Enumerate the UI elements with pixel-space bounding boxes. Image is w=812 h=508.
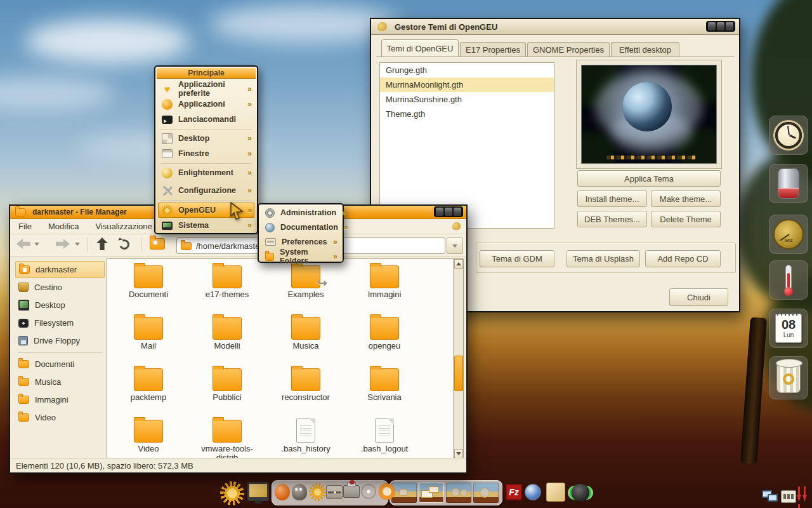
submenu-item-administration[interactable]: Administration» (261, 206, 340, 220)
file-item[interactable]: opengeu (345, 313, 424, 351)
sidebar-item-darkmaster[interactable]: darkmaster (15, 261, 105, 278)
pager-desktop-4[interactable] (473, 483, 499, 503)
theme-list-item[interactable]: Theme.gth (380, 107, 554, 121)
scroll-down-button[interactable] (454, 449, 463, 458)
file-item[interactable]: Video (109, 416, 188, 453)
file-item[interactable]: .bash_history (266, 416, 345, 453)
file-item[interactable]: Mail (109, 313, 188, 351)
file-item[interactable]: Scrivania (345, 364, 424, 402)
sidebar-item-documenti[interactable]: Documenti (15, 356, 105, 373)
usplash-theme-button[interactable]: Tema di Usplash (566, 250, 640, 267)
theme-list[interactable]: Grunge.gth MurrinaMoonlight.gth MurrinaS… (379, 62, 554, 229)
battery-gadget[interactable] (769, 164, 808, 203)
close-dialog-button[interactable]: Chiudi (669, 288, 728, 306)
trash-gadget[interactable] (769, 356, 808, 399)
submenu-item-system-folders[interactable]: System Folders» (261, 250, 340, 264)
file-item[interactable]: e17-themes (188, 262, 266, 299)
temperature-gadget[interactable] (769, 260, 808, 300)
tab-gnome-properties[interactable]: GNOME Properties (527, 42, 610, 57)
sidebar-item-drive-floppy[interactable]: Drive Floppy (15, 332, 105, 349)
dock-firefox-icon[interactable] (379, 483, 395, 500)
dock-opengeu-sun-icon[interactable] (309, 483, 326, 501)
file-pane[interactable]: Documenti e17-themes ↪Examples Immagini … (107, 258, 464, 459)
maximize-button[interactable] (445, 208, 452, 216)
menu-visualizzazione[interactable]: Visualizzazione (95, 222, 152, 231)
dock-volume-icon[interactable] (572, 484, 589, 502)
menu-item-lanciacomandi[interactable]: Lanciacomandi (158, 112, 254, 127)
add-repo-cd-button[interactable]: Add Repo CD (645, 250, 721, 267)
pager-desktop-1[interactable] (391, 483, 417, 503)
dock-filezilla-icon[interactable]: Fz (506, 484, 522, 500)
file-item[interactable]: Immagini (345, 262, 424, 299)
maximize-button[interactable] (717, 22, 724, 30)
file-item[interactable]: Modelli (188, 313, 266, 351)
gdm-theme-button[interactable]: Tema di GDM (480, 250, 554, 267)
tab-temi-di-opengeu[interactable]: Temi di OpenGEU (381, 39, 459, 57)
menu-item-configurazione[interactable]: Configurazione» (158, 183, 254, 198)
theme-list-item-selected[interactable]: MurrinaMoonlight.gth (380, 77, 554, 92)
minimize-button[interactable] (436, 208, 443, 216)
theme-list-item[interactable]: MurrinaSunshine.gth (380, 92, 554, 107)
delete-theme-button[interactable]: Delete Theme (651, 211, 721, 227)
dock-display-settings-icon[interactable] (247, 482, 269, 501)
calendar-gadget[interactable]: 08 Lun (769, 309, 808, 348)
path-dropdown-button[interactable] (447, 237, 463, 254)
dock-pet-creature-icon[interactable] (275, 484, 290, 500)
sidebar-item-filesystem[interactable]: Filesystem (15, 314, 105, 331)
dock-printer-icon[interactable] (343, 485, 360, 498)
make-theme-button[interactable]: Make theme... (651, 190, 721, 207)
theme-list-item[interactable]: Grunge.gth (380, 63, 554, 77)
tab-effetti-desktop[interactable]: Effetti desktop (611, 42, 679, 57)
tab-e17-properties[interactable]: E17 Properties (460, 42, 526, 57)
file-item[interactable]: .bash_logout (345, 416, 424, 453)
sidebar-item-musica[interactable]: Musica (15, 373, 105, 391)
file-item[interactable]: Documenti (109, 262, 188, 299)
clock-gadget[interactable] (769, 116, 808, 155)
vertical-scrollbar[interactable] (453, 259, 463, 458)
sidebar-item-desktop[interactable]: Desktop (15, 297, 105, 314)
menu-item-applicazioni[interactable]: Applicazioni» (158, 97, 254, 112)
theme-manager-titlebar[interactable]: Gestore Temi di OpenGEU (371, 19, 739, 35)
dock-web-browser-icon[interactable] (525, 484, 541, 500)
menu-item-finestre[interactable]: Finestre» (158, 146, 254, 161)
file-item[interactable]: Musica (266, 313, 345, 351)
menu-modifica[interactable]: Modifica (48, 222, 79, 231)
apply-theme-button[interactable]: Applica Tema (577, 170, 721, 187)
deb-themes-button[interactable]: DEB Themes... (577, 211, 647, 227)
dock-opengeu-start-icon[interactable] (220, 481, 244, 505)
menu-item-enlightenment[interactable]: Enlightenment» (158, 165, 254, 180)
scroll-up-button[interactable] (454, 259, 463, 269)
scrollbar-thumb[interactable] (454, 356, 463, 391)
forward-dropdown-icon[interactable] (75, 243, 80, 246)
submenu-item-documentation[interactable]: Documentation» (261, 220, 340, 234)
dock-file-folder-icon[interactable] (546, 483, 565, 502)
network-monitor-icon[interactable] (762, 489, 778, 504)
sidebar-item-video[interactable]: Video (15, 409, 105, 426)
dock-cd-burner-icon[interactable] (361, 484, 376, 499)
updates-available-icon[interactable] (796, 486, 812, 508)
file-item[interactable]: packtemp (109, 364, 188, 402)
home-button[interactable] (150, 238, 165, 250)
back-dropdown-icon[interactable] (34, 243, 39, 246)
dock-package-box-icon[interactable] (326, 485, 343, 499)
keyboard-indicator-icon[interactable] (781, 490, 796, 503)
menu-file[interactable]: File (18, 222, 32, 231)
menu-item-desktop[interactable]: Desktop» (158, 131, 254, 146)
menu-item-applicazioni-preferite[interactable]: ♥ Applicazioni preferite» (158, 81, 254, 97)
minimize-button[interactable] (708, 22, 716, 30)
file-item[interactable]: reconstructor (266, 364, 345, 402)
install-theme-button[interactable]: Install theme... (577, 190, 647, 207)
file-item[interactable]: ↪Examples (266, 262, 345, 299)
pager-desktop-2-current[interactable] (419, 483, 444, 503)
sidebar-item-immagini[interactable]: Immagini (15, 391, 105, 408)
menu-item-sistema[interactable]: Sistema» (158, 218, 254, 233)
close-button[interactable] (454, 208, 461, 216)
submenu-item-preferences[interactable]: Preferences» (261, 235, 340, 249)
dock-gimp-icon[interactable] (292, 484, 307, 500)
cpu-gauge-gadget[interactable]: Ghz (769, 215, 808, 254)
file-item[interactable]: Pubblici (188, 364, 266, 402)
file-item[interactable]: vmware-tools-distrib (188, 416, 266, 462)
sidebar-item-cestino[interactable]: Cestino (15, 279, 105, 296)
pager-desktop-3[interactable] (446, 483, 471, 503)
close-button[interactable] (726, 22, 733, 30)
